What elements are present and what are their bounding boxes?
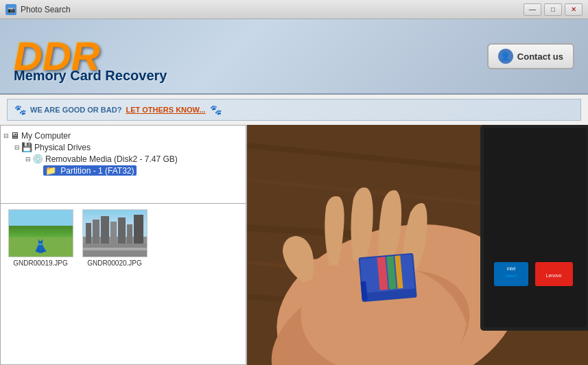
preview-image: intel Core i7 Lenovo xyxy=(247,125,588,365)
tree-item-physicaldrives[interactable]: ⊟ 💾 Physical Drives xyxy=(3,141,243,153)
right-panel: intel Core i7 Lenovo xyxy=(247,125,588,365)
rating-banner[interactable]: 🐾 WE ARE GOOD OR BAD? LET OTHERS KNOW...… xyxy=(7,99,581,121)
left-panel: ⊟ 🖥 My Computer ⊟ 💾 Physical Drives ⊟ 💿 … xyxy=(0,125,247,365)
app-subtitle: Memory Card Recovery xyxy=(14,68,167,84)
tree-item-mycomputer[interactable]: ⊟ 🖥 My Computer xyxy=(3,130,243,141)
thumb-label-1: GNDR00019.JPG xyxy=(13,259,67,267)
tree-item-removable[interactable]: ⊟ 💿 Removable Media (Disk2 - 7.47 GB) xyxy=(3,153,243,165)
thumb-label-2: GNDR00020.JPG xyxy=(87,259,141,267)
partition-icon: 📁 xyxy=(45,165,56,176)
title-bar: 📷 Photo Search — □ ✕ xyxy=(0,0,588,19)
rating-text1: WE ARE GOOD OR BAD? xyxy=(30,106,121,114)
app-header: DDR Memory Card Recovery 👤 Contact us xyxy=(0,19,588,95)
svg-text:Lenovo: Lenovo xyxy=(546,273,562,278)
main-content: ⊟ 🖥 My Computer ⊟ 💾 Physical Drives ⊟ 💿 … xyxy=(0,125,588,365)
window-title: Photo Search xyxy=(21,5,524,14)
drive-icon: 💾 xyxy=(21,142,32,152)
window-controls[interactable]: — □ ✕ xyxy=(524,3,583,16)
app-icon: 📷 xyxy=(5,4,16,15)
thumbnail-area[interactable]: GNDR00019.JPG xyxy=(0,204,246,365)
close-button[interactable]: ✕ xyxy=(565,3,583,16)
thumb-img-1 xyxy=(8,209,73,257)
contact-label: Contact us xyxy=(517,51,563,62)
expand-icon-2: ⊟ xyxy=(14,144,20,151)
contact-icon: 👤 xyxy=(498,49,513,64)
svg-text:intel: intel xyxy=(507,266,516,271)
svg-text:Core i7: Core i7 xyxy=(506,274,517,278)
rating-icon2: 🐾 xyxy=(210,104,222,115)
tree-label-2: Physical Drives xyxy=(34,143,91,152)
maximize-button[interactable]: □ xyxy=(544,3,562,16)
computer-icon: 🖥 xyxy=(10,130,19,141)
tree-label: My Computer xyxy=(21,131,71,141)
tree-item-partition[interactable]: ⊟ 📁 Partition - 1 (FAT32) xyxy=(3,165,243,176)
rating-icon: 🐾 xyxy=(14,104,26,115)
expand-icon-3: ⊟ xyxy=(25,156,31,163)
contact-button[interactable]: 👤 Contact us xyxy=(487,43,574,69)
tree-label-4: Partition - 1 (FAT32) xyxy=(60,166,134,176)
park-image xyxy=(9,209,73,257)
svg-rect-9 xyxy=(82,248,148,250)
city-image xyxy=(82,209,148,257)
svg-rect-25 xyxy=(484,128,587,327)
minimize-button[interactable]: — xyxy=(524,3,541,16)
partition-label-box: 📁 Partition - 1 (FAT32) xyxy=(43,165,137,176)
removable-icon: 💿 xyxy=(32,154,43,164)
thumbnail-item-1[interactable]: GNDR00019.JPG xyxy=(6,209,75,267)
thumb-img-2 xyxy=(82,209,148,257)
tree-view[interactable]: ⊟ 🖥 My Computer ⊟ 💾 Physical Drives ⊟ 💿 … xyxy=(0,125,246,204)
rating-text2: LET OTHERS KNOW... xyxy=(126,106,205,114)
tree-label-3: Removable Media (Disk2 - 7.47 GB) xyxy=(45,154,178,164)
thumbnail-item-2[interactable]: GNDR00020.JPG xyxy=(80,209,149,267)
expand-icon: ⊟ xyxy=(3,132,9,139)
